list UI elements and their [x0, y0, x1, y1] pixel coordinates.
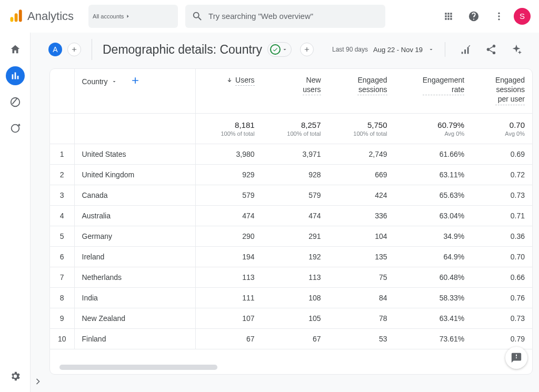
add-dimension-button[interactable]: [130, 75, 141, 87]
date-range-label: Last 90 days: [332, 46, 368, 53]
row-rank: 5: [50, 226, 74, 246]
row-metric: 474: [195, 205, 262, 226]
search-bar[interactable]: Try searching "Web overview": [185, 5, 385, 28]
table-row[interactable]: 6Ireland19419213564.9%0.70: [50, 246, 532, 267]
svg-rect-0: [11, 17, 14, 22]
nav-home[interactable]: [6, 40, 25, 59]
row-metric: 34.9%: [395, 226, 472, 246]
horizontal-scrollbar[interactable]: [59, 365, 217, 370]
table-row[interactable]: 3Canada57957942465.63%0.73: [50, 185, 532, 205]
dimension-picker[interactable]: Country: [82, 75, 188, 87]
row-metric: 0.71: [472, 205, 532, 226]
date-range-picker[interactable]: Last 90 days Aug 22 - Nov 19: [332, 46, 434, 54]
analytics-logo[interactable]: Analytics: [8, 9, 74, 24]
help-button[interactable]: [463, 6, 484, 27]
sparkle-icon: [511, 44, 522, 55]
svg-rect-1: [15, 13, 18, 22]
table-row[interactable]: 2United Kingdom92992866963.11%0.72: [50, 164, 532, 185]
row-metric: 105: [262, 308, 328, 328]
report-card: Country Users Newusers Engagedsessions E…: [49, 68, 533, 375]
table-totals-row: 8,181100% of total 8,257100% of total 5,…: [50, 113, 532, 144]
table-row[interactable]: 9New Zealand1071057863.41%0.73: [50, 308, 532, 328]
add-comparison-button[interactable]: [300, 43, 314, 56]
more-vert-icon: [494, 11, 504, 22]
row-metric: 3,980: [195, 144, 262, 164]
row-metric: 65.63%: [395, 185, 472, 205]
target-icon: [9, 123, 21, 134]
row-metric: 0.70: [472, 246, 532, 267]
table-row[interactable]: 4Australia47447433663.04%0.71: [50, 205, 532, 226]
row-rank: 4: [50, 205, 74, 226]
avatar[interactable]: S: [514, 8, 531, 25]
row-metric: 58.33%: [395, 287, 472, 308]
search-icon: [192, 11, 203, 22]
check-circle-icon: [270, 44, 281, 55]
share-button[interactable]: [481, 39, 501, 59]
row-metric: 61.66%: [395, 144, 472, 164]
apps-icon: [443, 11, 454, 22]
expand-sidebar-button[interactable]: [32, 375, 44, 388]
row-metric: 424: [328, 185, 395, 205]
table-row[interactable]: 7Netherlands1131137560.48%0.66: [50, 267, 532, 287]
table-row[interactable]: 5Germany29029110434.9%0.36: [50, 226, 532, 246]
row-metric: 0.69: [472, 144, 532, 164]
nav-explore[interactable]: [6, 93, 25, 112]
total-value: 0.70: [479, 120, 525, 129]
svg-point-3: [498, 12, 500, 14]
svg-point-5: [498, 18, 500, 20]
account-picker[interactable]: All accounts: [88, 5, 178, 28]
row-metric: 63.11%: [395, 164, 472, 185]
row-metric: 0.72: [472, 164, 532, 185]
feedback-button[interactable]: [505, 347, 527, 369]
row-metric: 3,971: [262, 144, 328, 164]
feedback-icon: [511, 352, 522, 364]
nav-admin[interactable]: [6, 367, 25, 386]
divider: [92, 39, 92, 60]
table-row[interactable]: 8India1111088458.33%0.76: [50, 287, 532, 308]
column-header-engaged-sessions[interactable]: Engagedsessions: [328, 69, 395, 113]
apps-button[interactable]: [438, 6, 459, 27]
row-metric: 135: [328, 246, 395, 267]
column-header-new-users[interactable]: Newusers: [262, 69, 328, 113]
edit-chart-icon: [460, 44, 472, 55]
help-icon: [468, 11, 480, 22]
nav-reports[interactable]: [6, 66, 25, 85]
chevron-down-icon: [282, 46, 288, 53]
customize-report-button[interactable]: [456, 39, 476, 59]
row-metric: 669: [328, 164, 395, 185]
product-name: Analytics: [27, 9, 74, 23]
column-header-sessions-per-user[interactable]: Engagedsessionsper user: [472, 69, 532, 113]
row-dimension: Netherlands: [74, 267, 195, 287]
divider: [445, 42, 445, 57]
table-row[interactable]: 10Finland67675373.61%0.79: [50, 328, 532, 349]
bar-chart-icon: [9, 70, 21, 82]
gear-icon: [9, 370, 21, 382]
row-rank: 7: [50, 267, 74, 287]
row-metric: 104: [328, 226, 395, 246]
row-metric: 290: [195, 226, 262, 246]
total-sub: 100% of total: [203, 130, 255, 137]
plus-icon: [303, 46, 311, 53]
column-header-users[interactable]: Users: [195, 69, 262, 113]
row-metric: 73.61%: [395, 328, 472, 349]
row-metric: 579: [262, 185, 328, 205]
report-status-chip[interactable]: [267, 42, 292, 57]
segment-chip[interactable]: A: [48, 43, 62, 56]
row-metric: 0.73: [472, 185, 532, 205]
row-metric: 78: [328, 308, 395, 328]
chevron-right-icon: [33, 376, 43, 387]
arrow-down-icon: [226, 77, 233, 84]
date-range-value: Aug 22 - Nov 19: [373, 46, 423, 54]
row-metric: 928: [262, 164, 328, 185]
column-header-engagement-rate[interactable]: Engagementrate: [395, 69, 472, 113]
row-metric: 63.41%: [395, 308, 472, 328]
row-metric: 579: [195, 185, 262, 205]
table-scroll[interactable]: Country Users Newusers Engagedsessions E…: [50, 69, 532, 364]
insights-button[interactable]: [506, 39, 526, 59]
more-button[interactable]: [488, 6, 510, 27]
nav-advertising[interactable]: [6, 119, 25, 138]
add-segment-button[interactable]: [67, 43, 81, 56]
table-row[interactable]: 1United States3,9803,9712,74961.66%0.69: [50, 144, 532, 164]
row-metric: 67: [195, 328, 262, 349]
row-metric: 84: [328, 287, 395, 308]
